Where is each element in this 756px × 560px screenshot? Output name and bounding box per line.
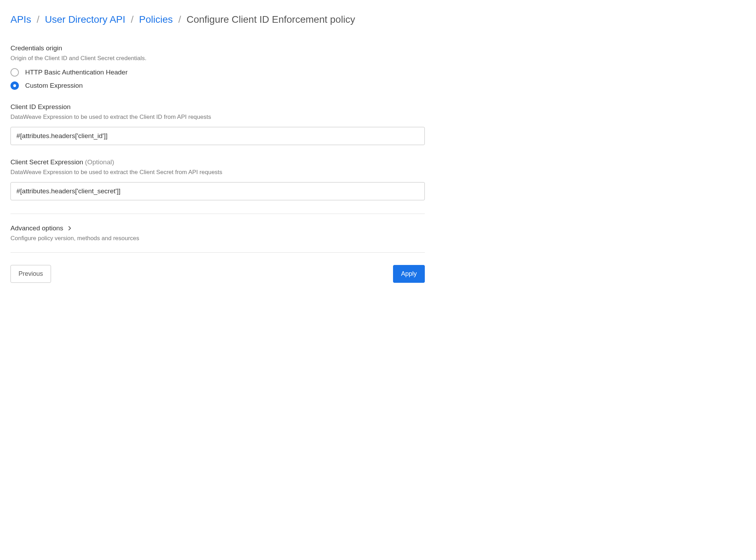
radio-http-basic-auth-header[interactable]: HTTP Basic Authentication Header	[10, 68, 425, 77]
section-credentials-origin: Credentials origin Origin of the Client …	[10, 44, 425, 90]
breadcrumb-link-user-directory-api[interactable]: User Directory API	[45, 14, 125, 25]
apply-button[interactable]: Apply	[393, 265, 425, 283]
section-client-secret-expression: Client Secret Expression (Optional) Data…	[10, 158, 425, 200]
client-id-expression-label: Client ID Expression	[10, 103, 425, 111]
radio-label: HTTP Basic Authentication Header	[25, 69, 128, 76]
radio-custom-expression[interactable]: Custom Expression	[10, 81, 425, 90]
client-secret-expression-label: Client Secret Expression (Optional)	[10, 158, 425, 166]
breadcrumb-separator: /	[37, 14, 39, 25]
credentials-origin-label: Credentials origin	[10, 44, 425, 52]
section-client-id-expression: Client ID Expression DataWeave Expressio…	[10, 103, 425, 145]
previous-button[interactable]: Previous	[10, 265, 51, 283]
chevron-right-icon	[68, 226, 72, 231]
advanced-options-desc: Configure policy version, methods and re…	[10, 235, 425, 242]
breadcrumb-separator: /	[178, 14, 181, 25]
client-secret-expression-desc: DataWeave Expression to be used to extra…	[10, 169, 425, 176]
advanced-options-toggle[interactable]: Advanced options	[10, 224, 425, 232]
section-advanced-options: Advanced options Configure policy versio…	[10, 224, 425, 242]
radio-label: Custom Expression	[25, 82, 83, 89]
breadcrumb-link-apis[interactable]: APIs	[10, 14, 31, 25]
radio-icon	[10, 81, 19, 90]
radio-icon	[10, 68, 19, 77]
credentials-origin-radio-group: HTTP Basic Authentication Header Custom …	[10, 68, 425, 90]
footer-button-row: Previous Apply	[10, 265, 425, 283]
client-secret-expression-input[interactable]	[10, 182, 425, 200]
advanced-options-label: Advanced options	[10, 224, 63, 232]
client-id-expression-desc: DataWeave Expression to be used to extra…	[10, 114, 425, 121]
client-secret-expression-optional: (Optional)	[85, 158, 114, 166]
client-secret-expression-label-text: Client Secret Expression	[10, 158, 83, 166]
divider	[10, 214, 425, 214]
breadcrumb: APIs / User Directory API / Policies / C…	[10, 14, 425, 25]
breadcrumb-current: Configure Client ID Enforcement policy	[187, 14, 355, 25]
divider	[10, 252, 425, 253]
client-id-expression-input[interactable]	[10, 127, 425, 145]
credentials-origin-desc: Origin of the Client ID and Client Secre…	[10, 55, 425, 62]
breadcrumb-separator: /	[131, 14, 134, 25]
breadcrumb-link-policies[interactable]: Policies	[139, 14, 173, 25]
